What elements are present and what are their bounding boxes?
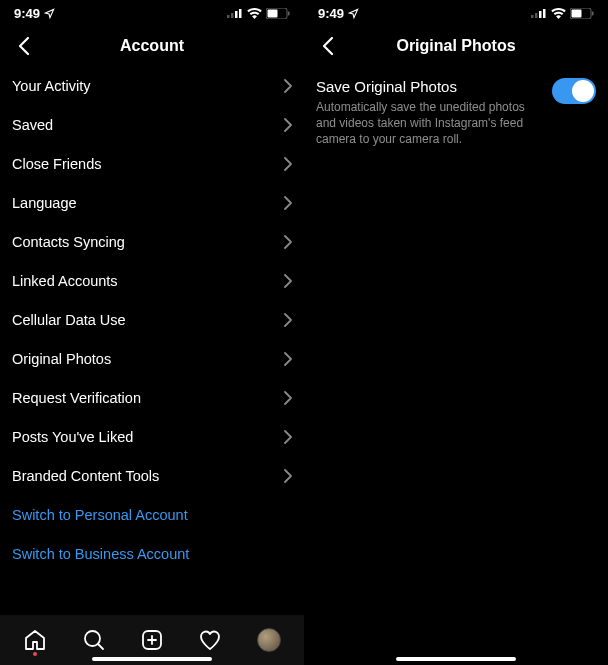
row-language[interactable]: Language — [0, 183, 304, 222]
original-photos-screen: 9:49 Original Photos Save Original Photo… — [304, 0, 608, 665]
back-button[interactable] — [316, 34, 340, 58]
chevron-right-icon — [284, 79, 292, 93]
settings-list: Your Activity Saved Close Friends Langua… — [0, 66, 304, 615]
heart-icon — [198, 628, 222, 652]
row-label: Posts You've Liked — [12, 429, 133, 445]
chevron-right-icon — [284, 196, 292, 210]
toggle-description: Automatically save the unedited photos a… — [316, 99, 542, 148]
chevron-right-icon — [284, 469, 292, 483]
search-icon — [82, 628, 106, 652]
chevron-left-icon — [322, 36, 334, 56]
page-title: Account — [0, 37, 304, 55]
svg-rect-0 — [227, 15, 230, 18]
svg-rect-3 — [239, 9, 242, 18]
chevron-right-icon — [284, 157, 292, 171]
row-label: Saved — [12, 117, 53, 133]
row-label: Contacts Syncing — [12, 234, 125, 250]
svg-line-8 — [98, 644, 103, 649]
row-original-photos[interactable]: Original Photos — [0, 339, 304, 378]
account-settings-screen: 9:49 Account Your Activity Saved Close F… — [0, 0, 304, 665]
row-label: Request Verification — [12, 390, 141, 406]
tab-new-post[interactable] — [130, 618, 174, 662]
plus-square-icon — [140, 628, 164, 652]
row-cellular-data-use[interactable]: Cellular Data Use — [0, 300, 304, 339]
chevron-right-icon — [284, 352, 292, 366]
row-close-friends[interactable]: Close Friends — [0, 144, 304, 183]
nav-bar: Account — [0, 26, 304, 66]
svg-rect-12 — [531, 15, 534, 18]
chevron-right-icon — [284, 391, 292, 405]
svg-rect-17 — [572, 9, 582, 17]
status-bar: 9:49 — [0, 0, 304, 26]
profile-avatar-icon — [257, 628, 281, 652]
cellular-signal-icon — [531, 8, 547, 18]
home-icon — [23, 628, 47, 652]
row-request-verification[interactable]: Request Verification — [0, 378, 304, 417]
tab-search[interactable] — [72, 618, 116, 662]
cellular-signal-icon — [227, 8, 243, 18]
home-indicator[interactable] — [92, 657, 212, 661]
row-linked-accounts[interactable]: Linked Accounts — [0, 261, 304, 300]
back-button[interactable] — [12, 34, 36, 58]
location-services-icon — [44, 8, 55, 19]
wifi-icon — [247, 8, 262, 19]
status-time: 9:49 — [318, 6, 344, 21]
content: Save Original Photos Automatically save … — [304, 66, 608, 665]
row-label: Branded Content Tools — [12, 468, 159, 484]
row-posts-youve-liked[interactable]: Posts You've Liked — [0, 417, 304, 456]
chevron-right-icon — [284, 235, 292, 249]
svg-rect-13 — [535, 13, 538, 18]
link-label: Switch to Personal Account — [12, 507, 188, 523]
toggle-knob — [572, 80, 594, 102]
chevron-right-icon — [284, 430, 292, 444]
row-saved[interactable]: Saved — [0, 105, 304, 144]
svg-rect-14 — [539, 11, 542, 18]
tab-home[interactable] — [13, 618, 57, 662]
chevron-right-icon — [284, 274, 292, 288]
svg-rect-1 — [231, 13, 234, 18]
row-label: Language — [12, 195, 77, 211]
svg-rect-2 — [235, 11, 238, 18]
switch-to-personal-account-link[interactable]: Switch to Personal Account — [0, 495, 304, 534]
nav-bar: Original Photos — [304, 26, 608, 66]
tab-profile[interactable] — [247, 618, 291, 662]
row-label: Your Activity — [12, 78, 90, 94]
notification-dot — [33, 652, 37, 656]
wifi-icon — [551, 8, 566, 19]
svg-rect-6 — [288, 11, 290, 15]
save-original-photos-toggle[interactable] — [552, 78, 596, 104]
location-services-icon — [348, 8, 359, 19]
page-title: Original Photos — [304, 37, 608, 55]
home-indicator[interactable] — [396, 657, 516, 661]
switch-to-business-account-link[interactable]: Switch to Business Account — [0, 534, 304, 573]
chevron-left-icon — [18, 36, 30, 56]
status-bar: 9:49 — [304, 0, 608, 26]
link-label: Switch to Business Account — [12, 546, 189, 562]
row-contacts-syncing[interactable]: Contacts Syncing — [0, 222, 304, 261]
row-label: Original Photos — [12, 351, 111, 367]
status-time: 9:49 — [14, 6, 40, 21]
row-label: Close Friends — [12, 156, 101, 172]
chevron-right-icon — [284, 118, 292, 132]
svg-rect-5 — [268, 9, 278, 17]
battery-icon — [570, 8, 594, 19]
row-your-activity[interactable]: Your Activity — [0, 66, 304, 105]
svg-rect-18 — [592, 11, 594, 15]
save-original-photos-row: Save Original Photos Automatically save … — [304, 66, 608, 152]
row-branded-content-tools[interactable]: Branded Content Tools — [0, 456, 304, 495]
row-label: Cellular Data Use — [12, 312, 126, 328]
svg-rect-15 — [543, 9, 546, 18]
battery-icon — [266, 8, 290, 19]
row-label: Linked Accounts — [12, 273, 118, 289]
chevron-right-icon — [284, 313, 292, 327]
tab-activity[interactable] — [188, 618, 232, 662]
toggle-label: Save Original Photos — [316, 78, 542, 95]
